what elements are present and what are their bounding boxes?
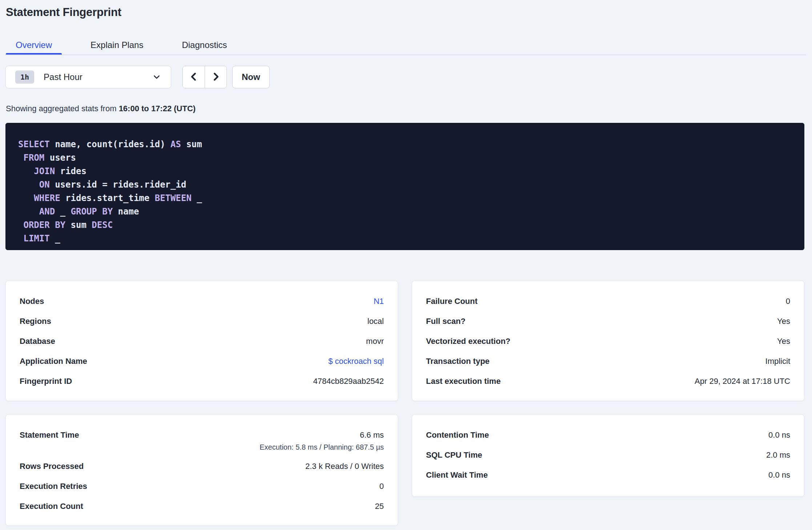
aggregated-stats-prefix: Showing aggregated stats from bbox=[6, 104, 119, 113]
failure-count-row: Failure Count 0 bbox=[426, 291, 790, 311]
aggregated-stats-range: 16:00 to 17:22 (UTC) bbox=[119, 104, 196, 113]
sql-statement-box: SELECT name, count(rides.id) AS sum FROM… bbox=[5, 123, 804, 250]
last-execution-time-row: Last execution time Apr 29, 2024 at 17:1… bbox=[426, 371, 790, 391]
overview-details-card: Nodes N1 Regions local Database movr App… bbox=[5, 281, 398, 401]
row-label: Regions bbox=[20, 317, 51, 326]
tab-diagnostics[interactable]: Diagnostics bbox=[172, 36, 237, 55]
tab-bar: Overview Explain Plans Diagnostics bbox=[6, 36, 237, 55]
page-title: Statement Fingerprint bbox=[6, 6, 121, 19]
statement-stats-card: Statement Time 6.6 ms Execution: 5.8 ms … bbox=[5, 414, 398, 526]
contention-time-row: Contention Time 0.0 ns bbox=[426, 425, 790, 445]
sql-line: JOIN rides bbox=[18, 165, 797, 178]
row-label: Execution Count bbox=[20, 502, 83, 511]
sql-line: ON users.id = rides.rider_id bbox=[18, 178, 797, 192]
statement-time-values: 6.6 ms Execution: 5.8 ms / Planning: 687… bbox=[260, 425, 384, 452]
tab-explain-plans[interactable]: Explain Plans bbox=[81, 36, 153, 55]
row-value: 4784cb829aab2542 bbox=[313, 377, 384, 386]
client-wait-time-row: Client Wait Time 0.0 ns bbox=[426, 465, 790, 485]
row-label: Rows Processed bbox=[20, 462, 84, 471]
full-scan-row: Full scan? Yes bbox=[426, 311, 790, 331]
row-value: movr bbox=[366, 337, 384, 346]
row-label: Contention Time bbox=[426, 430, 489, 440]
regions-row: Regions local bbox=[20, 311, 384, 331]
next-time-button[interactable] bbox=[205, 66, 226, 88]
row-value: 2.0 ms bbox=[766, 450, 790, 460]
row-label: Execution Retries bbox=[20, 482, 87, 491]
execution-attributes-card: Failure Count 0 Full scan? Yes Vectorize… bbox=[412, 281, 804, 401]
execution-count-row: Execution Count 25 bbox=[20, 496, 384, 516]
row-label: Client Wait Time bbox=[426, 470, 488, 480]
vectorized-execution-row: Vectorized execution? Yes bbox=[426, 331, 790, 351]
time-arrow-group bbox=[182, 66, 227, 88]
statement-fingerprint-page: Statement Fingerprint Overview Explain P… bbox=[0, 0, 812, 530]
time-range-label: Past Hour bbox=[44, 72, 83, 82]
row-label: SQL CPU Time bbox=[426, 450, 482, 460]
row-label: Statement Time bbox=[20, 430, 79, 441]
sql-line: FROM users bbox=[18, 151, 797, 165]
fingerprint-id-row: Fingerprint ID 4784cb829aab2542 bbox=[20, 371, 384, 391]
row-label: Nodes bbox=[20, 297, 44, 306]
row-value: Implicit bbox=[765, 357, 790, 366]
row-label: Application Name bbox=[20, 357, 87, 366]
row-value: 0.0 ns bbox=[768, 470, 790, 480]
application-name-link[interactable]: $ cockroach sql bbox=[328, 357, 384, 366]
row-value: Yes bbox=[777, 337, 790, 346]
row-value: Apr 29, 2024 at 17:18 UTC bbox=[695, 377, 790, 386]
tab-overview[interactable]: Overview bbox=[6, 36, 62, 55]
nodes-row: Nodes N1 bbox=[20, 291, 384, 311]
row-value: 0 bbox=[379, 482, 384, 491]
sql-cpu-time-row: SQL CPU Time 2.0 ms bbox=[426, 445, 790, 465]
row-value: 6.6 ms bbox=[360, 430, 384, 441]
row-label: Database bbox=[20, 337, 55, 346]
sql-line: AND _ GROUP BY name bbox=[18, 205, 797, 218]
row-value: local bbox=[367, 317, 384, 326]
now-button[interactable]: Now bbox=[232, 66, 270, 88]
row-value: 25 bbox=[375, 502, 384, 511]
application-name-row: Application Name $ cockroach sql bbox=[20, 351, 384, 371]
aggregated-stats-line: Showing aggregated stats from 16:00 to 1… bbox=[6, 104, 196, 113]
time-toolbar: 1h Past Hour Now bbox=[5, 66, 270, 88]
prev-time-button[interactable] bbox=[183, 66, 205, 88]
chevron-right-icon bbox=[210, 71, 221, 83]
transaction-type-row: Transaction type Implicit bbox=[426, 351, 790, 371]
statement-time-breakdown: Execution: 5.8 ms / Planning: 687.5 µs bbox=[260, 442, 384, 452]
sql-line: ORDER BY sum DESC bbox=[18, 218, 797, 232]
row-label: Fingerprint ID bbox=[20, 377, 72, 386]
sql-line: WHERE rides.start_time BETWEEN _ bbox=[18, 192, 797, 205]
row-value: 0 bbox=[786, 297, 790, 306]
sql-line: LIMIT _ bbox=[18, 232, 797, 245]
time-stats-card: Contention Time 0.0 ns SQL CPU Time 2.0 … bbox=[412, 414, 804, 497]
row-value: 0.0 ns bbox=[768, 430, 790, 440]
database-row: Database movr bbox=[20, 331, 384, 351]
row-label: Last execution time bbox=[426, 377, 501, 386]
chevron-left-icon bbox=[188, 71, 199, 83]
execution-retries-row: Execution Retries 0 bbox=[20, 476, 384, 496]
row-label: Failure Count bbox=[426, 297, 478, 306]
time-range-badge: 1h bbox=[15, 71, 34, 84]
sql-line: SELECT name, count(rides.id) AS sum bbox=[18, 138, 797, 151]
chevron-down-icon bbox=[152, 72, 161, 82]
tab-separator bbox=[5, 55, 806, 55]
row-label: Transaction type bbox=[426, 357, 490, 366]
statement-time-row: Statement Time 6.6 ms Execution: 5.8 ms … bbox=[20, 425, 384, 456]
nodes-link[interactable]: N1 bbox=[374, 297, 384, 306]
rows-processed-row: Rows Processed 2.3 k Reads / 0 Writes bbox=[20, 456, 384, 476]
row-label: Full scan? bbox=[426, 317, 466, 326]
row-value: Yes bbox=[777, 317, 790, 326]
time-range-dropdown[interactable]: 1h Past Hour bbox=[5, 66, 171, 88]
row-label: Vectorized execution? bbox=[426, 337, 510, 346]
row-value: 2.3 k Reads / 0 Writes bbox=[305, 462, 384, 471]
